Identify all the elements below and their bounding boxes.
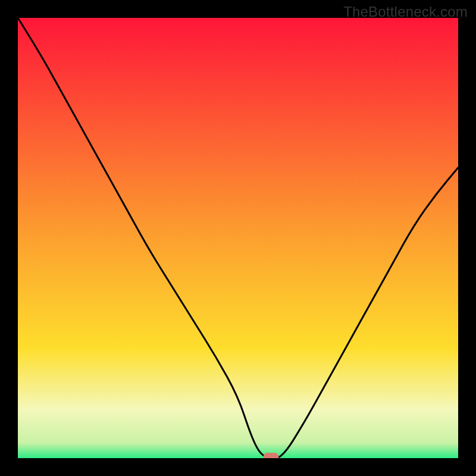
chart-background [18,18,458,458]
optimal-marker [264,453,279,458]
bottleneck-chart [18,18,458,458]
page-frame: TheBottleneck.com [0,0,476,476]
chart-svg [18,18,458,458]
